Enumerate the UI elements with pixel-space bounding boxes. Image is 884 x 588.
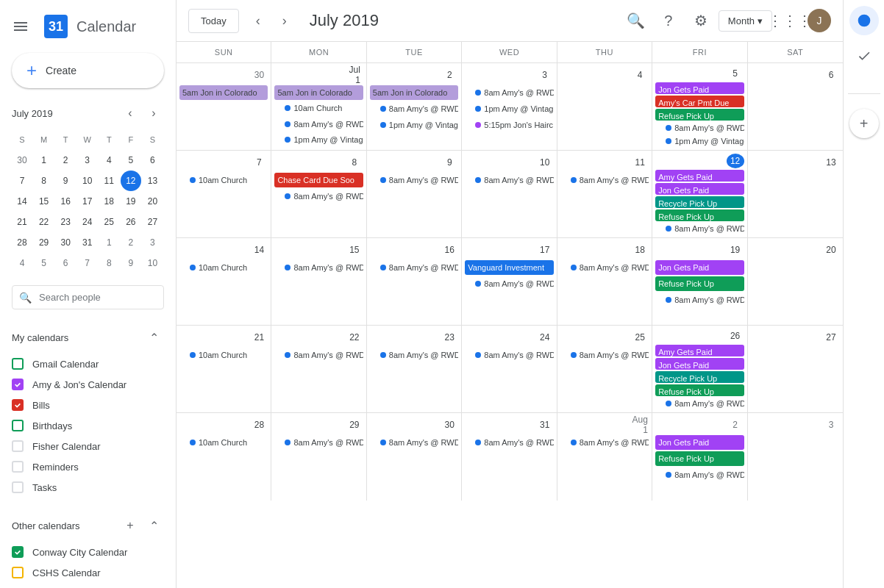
event-3-4-0[interactable]: 8am Amy's @ RWD bbox=[560, 348, 649, 362]
event-2-4-0[interactable]: 8am Amy's @ RWD bbox=[560, 260, 649, 275]
mini-day-9[interactable]: 9 bbox=[55, 171, 76, 191]
cal-item-gmail-calendar[interactable]: Gmail Calendar bbox=[0, 354, 176, 374]
mini-day-15[interactable]: 15 bbox=[34, 191, 54, 212]
mini-day-12[interactable]: 12 bbox=[121, 171, 141, 191]
add-button[interactable]: + bbox=[849, 109, 879, 138]
event-2-5-1[interactable]: Refuse Pick Up bbox=[655, 276, 744, 291]
cal-cell-4-1[interactable]: 298am Amy's @ RWD bbox=[271, 413, 366, 501]
event-1-1-0[interactable]: Chase Card Due Soo bbox=[274, 173, 363, 187]
cal-item-conway-city-calendar[interactable]: Conway City Calendar bbox=[0, 542, 176, 562]
mini-day-14[interactable]: 14 bbox=[12, 191, 32, 212]
apps-button[interactable]: ⋮⋮⋮ bbox=[775, 6, 805, 35]
event-4-3-0[interactable]: 8am Amy's @ RWD bbox=[465, 435, 553, 450]
mini-day-6[interactable]: 6 bbox=[55, 253, 76, 273]
event-0-2-1[interactable]: 8am Amy's @ RWD bbox=[370, 101, 458, 116]
prev-month-button[interactable]: ‹ bbox=[245, 7, 271, 34]
cal-cell-0-6[interactable]: 6 bbox=[748, 63, 843, 150]
cal-checkbox-conway-city-calendar[interactable] bbox=[12, 546, 24, 558]
cal-cell-3-5[interactable]: 26Amy Gets PaidJon Gets PaidRecycle Pick… bbox=[652, 326, 747, 412]
day-num-23[interactable]: 23 bbox=[441, 329, 458, 346]
cal-cell-2-1[interactable]: 158am Amy's @ RWD bbox=[271, 238, 366, 325]
event-2-5-2[interactable]: 8am Amy's @ RWD bbox=[655, 293, 744, 307]
mini-day-22[interactable]: 22 bbox=[34, 212, 54, 232]
mini-day-30[interactable]: 30 bbox=[12, 150, 32, 171]
cal-cell-0-2[interactable]: 25am Jon in Colorado8am Amy's @ RWD1pm A… bbox=[367, 63, 462, 150]
mini-day-18[interactable]: 18 bbox=[99, 191, 119, 212]
day-num-20[interactable]: 20 bbox=[822, 241, 840, 259]
other-calendars-header[interactable]: Other calendars + ⌃ bbox=[0, 509, 176, 542]
event-3-0-0[interactable]: 10am Church bbox=[179, 348, 268, 362]
mini-day-13[interactable]: 13 bbox=[142, 171, 163, 191]
cal-cell-1-6[interactable]: 13 bbox=[748, 151, 843, 237]
event-4-2-0[interactable]: 8am Amy's @ RWD bbox=[370, 435, 458, 450]
cal-cell-1-3[interactable]: 108am Amy's @ RWD bbox=[462, 151, 557, 237]
day-num-31[interactable]: 31 bbox=[536, 416, 554, 434]
mini-day-11[interactable]: 11 bbox=[99, 171, 119, 191]
cal-checkbox-gmail-calendar[interactable] bbox=[12, 358, 24, 370]
event-1-0-0[interactable]: 10am Church bbox=[179, 173, 268, 187]
right-icon-1[interactable] bbox=[849, 6, 879, 35]
day-num-2[interactable]: 2 bbox=[727, 416, 744, 434]
cal-cell-4-4[interactable]: Aug 18am Amy's @ RWD bbox=[557, 413, 652, 501]
mini-day-21[interactable]: 21 bbox=[12, 212, 32, 232]
event-3-5-2[interactable]: Recycle Pick Up bbox=[655, 371, 744, 383]
mini-day-3[interactable]: 3 bbox=[77, 150, 98, 171]
mini-day-26[interactable]: 26 bbox=[121, 212, 141, 232]
event-3-3-0[interactable]: 8am Amy's @ RWD bbox=[465, 348, 553, 362]
cal-cell-1-5[interactable]: 12Amy Gets PaidJon Gets PaidRecycle Pick… bbox=[652, 151, 747, 237]
mini-day-10[interactable]: 10 bbox=[77, 171, 98, 191]
day-num-3[interactable]: 3 bbox=[822, 416, 840, 434]
event-2-3-1[interactable]: 8am Amy's @ RWD bbox=[465, 276, 553, 291]
cal-cell-3-2[interactable]: 238am Amy's @ RWD bbox=[367, 326, 462, 412]
mini-day-16[interactable]: 16 bbox=[55, 191, 76, 212]
cal-cell-4-2[interactable]: 308am Amy's @ RWD bbox=[367, 413, 462, 501]
mini-day-6[interactable]: 6 bbox=[142, 150, 163, 171]
event-1-1-1[interactable]: 8am Amy's @ RWD bbox=[274, 189, 363, 204]
cal-cell-1-4[interactable]: 118am Amy's @ RWD bbox=[557, 151, 652, 237]
settings-button[interactable]: ⚙ bbox=[686, 6, 716, 35]
event-0-3-1[interactable]: 1pm Amy @ Vintage bbox=[465, 101, 553, 116]
cal-cell-0-0[interactable]: 305am Jon in Colorado bbox=[177, 63, 271, 150]
event-1-3-0[interactable]: 8am Amy's @ RWD bbox=[465, 173, 553, 187]
cal-item-tasks[interactable]: Tasks bbox=[0, 477, 176, 498]
event-0-1-3[interactable]: 1pm Amy @ Vintage bbox=[274, 133, 363, 148]
cal-item-fisher-calendar[interactable]: Fisher Calendar bbox=[0, 436, 176, 456]
event-3-5-3[interactable]: Refuse Pick Up bbox=[655, 384, 744, 396]
event-1-5-1[interactable]: Jon Gets Paid bbox=[655, 183, 744, 195]
mini-day-4[interactable]: 4 bbox=[12, 253, 32, 273]
cal-item-amy-&-jon's-calendar[interactable]: Amy & Jon's Calendar bbox=[0, 374, 176, 395]
cal-item-cshs-calendar[interactable]: CSHS Calendar bbox=[0, 562, 176, 583]
other-calendars-collapse[interactable]: ⌃ bbox=[143, 515, 164, 536]
day-num-24[interactable]: 24 bbox=[536, 329, 554, 346]
day-num-27[interactable]: 27 bbox=[822, 329, 840, 346]
event-3-5-1[interactable]: Jon Gets Paid bbox=[655, 358, 744, 370]
event-0-5-3[interactable]: 8am Amy's @ RWD bbox=[655, 122, 744, 134]
event-4-5-1[interactable]: Refuse Pick Up bbox=[655, 451, 744, 466]
cal-cell-3-4[interactable]: 258am Amy's @ RWD bbox=[557, 326, 652, 412]
mini-cal-next[interactable]: › bbox=[143, 103, 164, 123]
event-0-5-0[interactable]: Jon Gets Paid bbox=[655, 82, 744, 94]
event-0-5-4[interactable]: 1pm Amy @ Vintage bbox=[655, 135, 744, 147]
day-num-6[interactable]: 6 bbox=[822, 66, 840, 84]
cal-item-bills[interactable]: Bills bbox=[0, 395, 176, 415]
mini-day-5[interactable]: 5 bbox=[34, 253, 54, 273]
mini-day-29[interactable]: 29 bbox=[34, 232, 54, 253]
cal-checkbox-bills[interactable] bbox=[12, 399, 24, 411]
event-3-5-0[interactable]: Amy Gets Paid bbox=[655, 345, 744, 356]
mini-day-8[interactable]: 8 bbox=[99, 253, 119, 273]
event-3-5-4[interactable]: 8am Amy's @ RWD bbox=[655, 398, 744, 409]
cal-cell-2-2[interactable]: 168am Amy's @ RWD bbox=[367, 238, 462, 325]
cal-cell-3-1[interactable]: 228am Amy's @ RWD bbox=[271, 326, 366, 412]
mini-day-17[interactable]: 17 bbox=[77, 191, 98, 212]
mini-day-2[interactable]: 2 bbox=[121, 232, 141, 253]
day-num-21[interactable]: 21 bbox=[250, 329, 268, 346]
day-num-17[interactable]: 17 bbox=[536, 241, 554, 259]
mini-day-1[interactable]: 1 bbox=[99, 232, 119, 253]
day-num-8[interactable]: 8 bbox=[346, 154, 363, 171]
cal-cell-4-0[interactable]: 2810am Church bbox=[177, 413, 271, 501]
cal-cell-0-3[interactable]: 38am Amy's @ RWD1pm Amy @ Vintage5:15pm … bbox=[462, 63, 557, 150]
mini-day-30[interactable]: 30 bbox=[55, 232, 76, 253]
event-0-5-1[interactable]: Amy's Car Pmt Due bbox=[655, 96, 744, 107]
day-num-4[interactable]: 4 bbox=[631, 66, 649, 84]
cal-cell-3-3[interactable]: 248am Amy's @ RWD bbox=[462, 326, 557, 412]
